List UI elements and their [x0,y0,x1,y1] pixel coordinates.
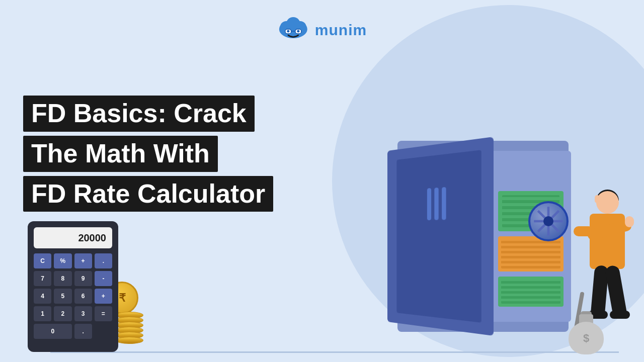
logo-text: munim [315,22,367,39]
person-hand-right [625,216,634,227]
svg-point-7 [287,30,289,33]
ground-line [50,351,619,353]
calc-btn-plus-top[interactable]: + [74,253,92,268]
calc-btn-4[interactable]: 4 [34,289,51,304]
coin-stack [116,312,143,342]
coin-disc-6 [116,337,143,344]
svg-point-8 [297,30,299,33]
calc-btn-equals[interactable]: = [95,306,112,321]
calc-btn-c[interactable]: C [34,253,51,268]
title-block: FD Basics: Crack The Math With FD Rate C… [23,96,273,216]
calculator-display: 20000 [34,227,112,248]
bag-body: $ [569,322,604,354]
calc-btn-minus[interactable]: - [95,271,112,286]
safe-wheel-handle [528,201,569,241]
money-bag: $ [569,314,604,354]
calculator: 20000 C % + . 7 8 9 - 4 5 6 + 1 2 3 = 0 … [28,221,118,352]
munim-logo-icon [277,15,310,45]
title-line-2: The Math With [23,136,218,172]
calc-btn-2[interactable]: 2 [54,306,71,321]
calculator-keypad: C % + . 7 8 9 - 4 5 6 + 1 2 3 = 0 . [34,253,112,339]
person-shoe-right [610,311,630,319]
calc-btn-1[interactable]: 1 [34,306,51,321]
header: munim [277,15,367,45]
person-arm-left [574,226,594,236]
calc-btn-dot-bot[interactable]: . [74,324,92,339]
safe-container [347,121,589,352]
person-ear [595,195,600,203]
calc-btn-6[interactable]: 6 [74,289,92,304]
safe-door [387,137,494,336]
svg-point-13 [544,217,553,226]
person-leg-right [605,264,627,316]
calc-btn-plus-mid[interactable]: + [95,289,112,304]
calc-btn-percent[interactable]: % [54,253,71,268]
title-line-1: FD Basics: Crack [23,96,255,132]
title-line-3: FD Rate Calculator [23,176,273,212]
safe-door-inner [396,150,481,323]
calc-btn-3[interactable]: 3 [74,306,92,321]
calc-btn-9[interactable]: 9 [74,271,92,286]
calc-btn-5[interactable]: 5 [54,289,71,304]
money-stack-green-2 [498,277,564,307]
calc-btn-8[interactable]: 8 [54,271,71,286]
money-stack-orange [498,236,564,272]
calc-btn-0[interactable]: 0 [34,324,72,339]
calc-btn-7[interactable]: 7 [34,271,51,286]
person-head [596,191,619,214]
calc-btn-dot-top[interactable]: . [95,253,112,268]
